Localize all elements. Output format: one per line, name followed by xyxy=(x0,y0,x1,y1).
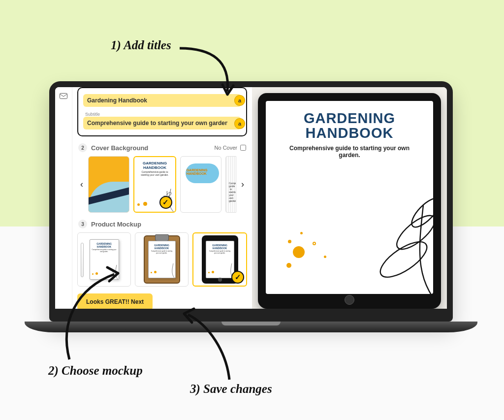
arrow-add-titles-icon xyxy=(177,43,237,100)
preview-title: GARDENING HANDBOOK xyxy=(275,111,424,141)
cover-option-2[interactable]: GARDENING HANDBOOK Comprehensive guide t… xyxy=(133,156,176,213)
no-cover-checkbox[interactable] xyxy=(240,145,246,151)
step-3-badge: 3 xyxy=(78,220,87,228)
mockup-section-header: 3 Product Mockup xyxy=(78,220,246,228)
subtitle-label: Subtitle xyxy=(83,112,241,117)
cover-option-1[interactable]: GARDENING HANDBOOK xyxy=(88,156,129,213)
leaf-illustration-icon xyxy=(325,186,433,294)
covers-prev-button[interactable]: ‹ xyxy=(77,175,86,194)
svg-rect-0 xyxy=(60,94,67,99)
preview-subtitle: Comprehensive guide to starting your own… xyxy=(275,145,424,159)
arrow-choose-mockup-icon xyxy=(62,263,126,362)
mockup-section-label: Product Mockup xyxy=(91,221,141,228)
step-2-badge: 2 xyxy=(78,143,87,152)
cover-section-label: Cover Background xyxy=(91,144,148,152)
selected-check-icon: ✓ xyxy=(159,196,172,209)
arrow-save-changes-icon xyxy=(182,308,236,382)
annotation-choose-mockup: 2) Choose mockup xyxy=(48,364,143,378)
selected-check-icon: ✓ xyxy=(231,271,244,284)
cover-section-header: 2 Cover Background No Cover xyxy=(78,143,246,152)
leaf-icon xyxy=(158,261,176,278)
annotation-add-titles: 1) Add titles xyxy=(111,38,171,52)
cover-option-3[interactable]: GARDENING HANDBOOK xyxy=(180,156,221,213)
mail-icon[interactable] xyxy=(60,92,67,101)
cover-option-4[interactable]: Comprehensive guide to starting your own… xyxy=(225,156,236,213)
subtitle-input[interactable] xyxy=(83,117,241,129)
svg-point-5 xyxy=(408,194,433,231)
covers-next-button[interactable]: › xyxy=(238,175,247,194)
preview-tablet: GARDENING HANDBOOK Comprehensive guide t… xyxy=(258,93,441,309)
ai-assist-subtitle-button[interactable]: a xyxy=(234,118,245,129)
mockup-option-tablet[interactable]: GARDENING HANDBOOK Comprehensive guide t… xyxy=(192,232,247,287)
no-cover-label: No Cover xyxy=(215,145,237,151)
dots-decoration xyxy=(288,236,305,267)
annotation-save-changes: 3) Save changes xyxy=(190,382,272,396)
mockup-option-clipboard[interactable]: GARDENING HANDBOOK Comprehensive guide t… xyxy=(135,232,189,287)
